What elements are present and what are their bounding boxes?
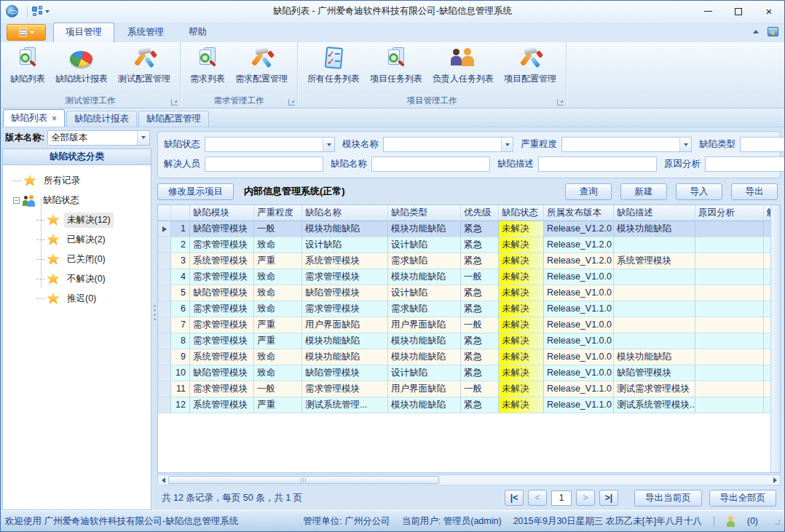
document-tab[interactable]: 缺陷列表 × — [3, 109, 65, 127]
close-button[interactable]: × — [754, 1, 784, 22]
table-row[interactable]: 1缺陷管理模块一般模块功能缺陷模块功能缺陷紧急未解决Release_V1.2.0… — [158, 221, 770, 237]
filter-text-input[interactable] — [562, 138, 679, 151]
filter-text-input[interactable] — [372, 157, 489, 171]
column-header[interactable]: 解决方法 — [764, 205, 770, 221]
chevron-down-icon[interactable] — [501, 138, 513, 151]
ribbon-button[interactable]: 负责人任务列表 — [427, 44, 499, 92]
table-row[interactable]: 11需求管理模块一般需求管理模块用户界面缺陷一般未解决Release_V1.1.… — [158, 381, 770, 397]
ribbon-button[interactable]: 需求列表 — [185, 44, 230, 92]
filter-combo[interactable] — [561, 137, 692, 152]
filter-input[interactable] — [705, 156, 785, 172]
quick-access-toolbar-icon[interactable] — [32, 6, 43, 17]
filter-text-input[interactable] — [741, 138, 785, 151]
column-header[interactable]: 优先级 — [461, 205, 499, 221]
filter-text-input[interactable] — [539, 157, 656, 171]
ribbon-button[interactable]: 测试配置管理 — [113, 44, 175, 92]
table-row[interactable]: 2需求管理模块致命设计缺陷设计缺陷紧急未解决Release_V1.2.0 — [158, 237, 770, 253]
next-page-button[interactable]: > — [576, 490, 595, 506]
ribbon-button[interactable]: 项目配置管理 — [499, 44, 561, 92]
ribbon-button[interactable]: 项目任务列表 — [365, 44, 427, 92]
scroll-right-icon[interactable] — [770, 475, 780, 485]
ribbon-button[interactable]: ✓✓ 所有任务列表 — [302, 44, 365, 92]
horizontal-scroll-thumb[interactable] — [168, 476, 439, 484]
filter-input[interactable] — [538, 156, 657, 172]
column-header[interactable]: 缺陷类型 — [388, 205, 461, 221]
tree-item[interactable]: 不解决(0) — [3, 269, 151, 289]
chevron-down-icon[interactable] — [679, 138, 691, 151]
page-number-input[interactable] — [551, 491, 572, 506]
column-header[interactable]: 所属发布版本 — [544, 205, 614, 221]
filter-text-input[interactable] — [205, 157, 323, 171]
collapse-expander-icon[interactable]: − — [13, 197, 20, 204]
cell-module: 需求管理模块 — [190, 333, 254, 349]
filter-input[interactable] — [371, 156, 490, 172]
close-tab-icon[interactable]: × — [52, 114, 57, 123]
filter-combo[interactable] — [383, 137, 513, 152]
tree-item[interactable]: 推迟(0) — [3, 289, 151, 309]
ribbon-tab[interactable]: 系统管理 — [116, 23, 175, 42]
prev-page-button[interactable]: < — [528, 490, 547, 506]
column-header[interactable]: 缺陷描述 — [614, 205, 695, 221]
horizontal-scrollbar[interactable] — [157, 475, 781, 485]
tree-item[interactable]: 所有记录 — [3, 171, 151, 191]
toolbar-action-button[interactable]: 新建 — [620, 183, 667, 200]
column-header[interactable]: 缺陷名称 — [302, 205, 388, 221]
minimize-button[interactable] — [693, 1, 723, 22]
table-row[interactable]: 7需求管理模块严重用户界面缺陷用户界面缺陷一般未解决Release_V1.0.0 — [158, 317, 770, 333]
filter-combo[interactable] — [740, 137, 785, 152]
filter-text-input[interactable] — [706, 157, 785, 171]
tree-item[interactable]: 未解决(12) — [3, 210, 151, 230]
document-tab[interactable]: 缺陷统计报表 — [66, 111, 137, 127]
column-header[interactable]: 原因分析 — [695, 205, 764, 221]
tree-item[interactable]: 已解决(2) — [3, 230, 151, 250]
ribbon-button[interactable]: 需求配置管理 — [230, 44, 293, 92]
chevron-down-icon[interactable] — [137, 131, 149, 145]
tree-item[interactable]: − 缺陷状态 — [3, 191, 151, 210]
style-help-icon[interactable] — [768, 27, 778, 36]
table-row[interactable]: 12系统管理模块严重测试系统管理...模块功能缺陷紧急未解决Release_V1… — [158, 397, 770, 413]
toolbar-action-button[interactable]: 导入 — [676, 183, 722, 200]
column-header[interactable]: 缺陷模块 — [190, 205, 254, 221]
column-header[interactable]: 严重程度 — [254, 205, 302, 221]
table-row[interactable]: 4需求管理模块致命需求管理模块模块功能缺陷一般未解决Release_V1.0.0 — [158, 269, 770, 285]
table-row[interactable]: 5缺陷管理模块致命缺陷管理模块设计缺陷紧急未解决Release_V1.0.0 — [158, 285, 770, 301]
collapse-ribbon-icon[interactable] — [753, 30, 759, 33]
tree-item[interactable]: 已关闭(0) — [3, 250, 151, 269]
toolbar-action-button[interactable]: 查询 — [565, 183, 612, 200]
table-row[interactable]: 10缺陷管理模块致命缺陷管理模块设计缺陷紧急未解决Release_V1.0.0缺… — [158, 365, 770, 381]
application-menu-button[interactable] — [7, 24, 46, 41]
chevron-down-icon[interactable] — [323, 138, 334, 151]
document-tab[interactable]: 缺陷配置管理 — [138, 111, 209, 127]
table-row[interactable]: 3系统管理模块严重系统管理模块需求缺陷紧急未解决Release_V1.2.0系统… — [158, 253, 770, 269]
toolbar-action-button[interactable]: 导出 — [731, 183, 778, 200]
version-combo[interactable]: 全部版本 — [47, 130, 150, 146]
scroll-left-icon[interactable] — [158, 475, 168, 485]
table-row[interactable]: 6需求管理模块致命需求管理模块需求缺陷紧急未解决Release_V1.1.0 — [158, 301, 770, 317]
dialog-launcher-icon[interactable] — [557, 99, 564, 106]
export-current-page-button[interactable]: 导出当前页 — [634, 490, 702, 507]
first-page-button[interactable]: |< — [505, 490, 524, 506]
filter-combo[interactable] — [205, 137, 335, 152]
table-row[interactable]: 8需求管理模块严重模块功能缺陷模块功能缺陷紧急未解决Release_V1.0.0 — [158, 333, 770, 349]
filter-text-input[interactable] — [384, 138, 501, 151]
user-messages-icon[interactable] — [726, 516, 735, 527]
ribbon-tab[interactable]: 项目管理 — [53, 23, 114, 42]
filter-input[interactable] — [205, 156, 323, 172]
panel-splitter[interactable] — [151, 130, 157, 510]
vertical-scrollbar[interactable] — [770, 205, 780, 472]
dialog-launcher-icon[interactable] — [288, 99, 295, 106]
modify-display-items-button[interactable]: 修改显示项目 — [157, 183, 234, 200]
column-header[interactable]: 缺陷状态 — [499, 205, 544, 221]
ribbon-button[interactable]: 缺陷统计报表 — [50, 44, 113, 92]
resize-grip[interactable] — [773, 517, 780, 525]
ribbon-button[interactable]: 缺陷列表 — [5, 44, 50, 92]
maximize-button[interactable] — [723, 1, 754, 22]
cell-status: 未解决 — [499, 333, 544, 349]
dialog-launcher-icon[interactable] — [171, 99, 178, 106]
table-row[interactable]: 9系统管理模块致命模块功能缺陷模块功能缺陷紧急未解决Release_V1.0.0… — [158, 349, 770, 365]
last-page-button[interactable]: >| — [599, 490, 618, 506]
quick-access-dropdown-icon[interactable] — [45, 10, 50, 13]
filter-text-input[interactable] — [205, 138, 323, 151]
ribbon-tab[interactable]: 帮助 — [177, 23, 218, 42]
export-all-pages-button[interactable]: 导出全部页 — [709, 490, 777, 507]
